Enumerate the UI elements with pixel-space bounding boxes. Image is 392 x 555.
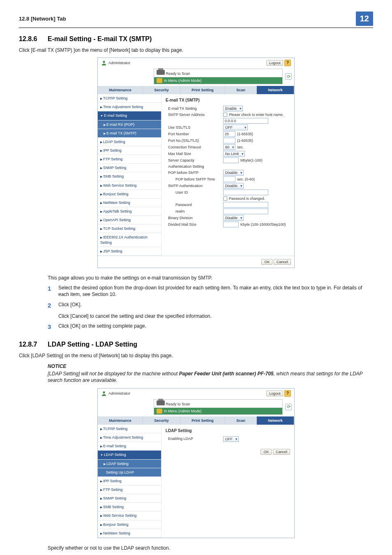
running-head: 12.8 [Network] Tab [19,15,66,23]
panel-caption: Specify whether or not to use the LDAP s… [48,545,373,551]
field-label: E-mail TX Setting [166,106,223,111]
sidebar-item[interactable]: Web Service Setting [98,511,161,520]
step-text: Click [OK] on the setting complete page. [58,323,373,331]
smtp-auth-select[interactable]: Disable [223,183,244,189]
enabling-ldap-select[interactable]: OFF [223,436,239,442]
admin-label: Administrator [108,391,130,396]
sidebar-item[interactable]: JSP Setting [98,247,161,256]
tab-maintenance[interactable]: Maintenance [98,416,143,425]
ok-button[interactable]: OK [261,259,272,265]
tab-network[interactable]: Network [257,86,294,94]
tab-bar: Maintenance Security Print Setting Scan … [98,416,294,425]
timeout-select[interactable]: 60 [223,144,235,150]
tab-scan[interactable]: Scan [225,86,257,94]
field-label: SMTP Authentication [166,183,223,188]
ssl-select[interactable]: OFF [223,125,248,130]
user-icon [101,60,107,66]
section-heading: 12.8.7LDAP Setting - LDAP Setting [19,340,373,349]
sidebar-item[interactable]: TCP/IP Setting [98,425,161,433]
help-icon[interactable]: ? [284,60,291,66]
sidebar-item[interactable]: Bonjour Setting [98,520,161,529]
sidebar-item[interactable]: Setting Up LDAP [98,468,161,477]
realm-input[interactable] [223,208,268,214]
section-intro: Click [LDAP Setting] on the menu of [Net… [19,352,373,359]
svg-point-1 [103,391,105,393]
sidebar-item[interactable]: SMB Setting [98,503,161,511]
sidebar: TCP/IP SettingTime Adjustment SettingE-m… [98,94,161,256]
tab-security[interactable]: Security [143,86,180,94]
help-icon[interactable]: ? [284,390,291,397]
sidebar-item[interactable]: LDAP Setting [98,138,161,146]
sidebar-item[interactable]: LDAP Setting [98,451,161,459]
sidebar-item[interactable]: SMB Setting [98,172,161,181]
unit: Mbyte(1-100) [240,158,263,163]
tab-scan[interactable]: Scan [225,416,257,425]
sidebar-item[interactable]: SNMP Setting [98,164,161,172]
logout-button[interactable]: Logout [266,391,284,396]
sidebar-item[interactable]: Time Adjustment Setting [98,433,161,442]
sidebar-item[interactable]: IPP Setting [98,146,161,155]
tab-print[interactable]: Print Setting [180,86,225,94]
sidebar-item[interactable]: IEEE802.1X Authentication Setting [98,233,161,247]
field-label: Use SSL/TLS [166,125,223,130]
refresh-icon[interactable]: ⟳ [285,404,292,410]
sidebar-item[interactable]: Web Service Setting [98,181,161,190]
notice-body: [LDAP Setting] will not be displayed for… [48,370,373,384]
sidebar-item[interactable]: Time Adjustment Setting [98,103,161,111]
sidebar-item[interactable]: E-mail RX (POP) [98,120,161,129]
max-mail-select[interactable]: No Limit [223,151,245,157]
cancel-button[interactable]: Cancel [273,449,290,455]
sidebar-item[interactable]: NetWare Setting [98,529,161,538]
notice-label: NOTICE [48,363,373,370]
sidebar-item[interactable]: AppleTalk Setting [98,207,161,216]
field-label: Password [166,202,223,207]
sidebar-item[interactable]: SNMP Setting [98,494,161,503]
field-label: Divided Mail Size [166,222,223,227]
sidebar-item[interactable]: E-mail Setting [98,111,161,120]
sidebar-item[interactable]: NetWare Setting [98,199,161,207]
ok-button[interactable]: OK [261,449,272,455]
field-label: Connection Timeout [166,145,223,150]
userid-input[interactable] [223,190,268,195]
field-label: POP before SMTP Time [166,177,223,182]
tab-security[interactable]: Security [143,416,180,425]
sidebar-item[interactable]: LDAP Setting [98,460,161,468]
status-mode: In Menu (Admin Mode) [164,78,202,83]
server-address-input[interactable]: 0.0.0.0 [223,118,268,124]
printer-icon [157,400,165,405]
sidebar-item[interactable]: IPP Setting [98,477,161,486]
field-label: Port Number [166,132,223,136]
tab-print[interactable]: Print Setting [180,416,225,425]
pop-before-select[interactable]: Disable [223,170,244,176]
tx-setting-select[interactable]: Enable [223,106,243,111]
section-heading: 12.8.6E-mail Setting - E-mail TX (SMTP) [19,35,373,44]
hint: (1-65535) [237,132,253,136]
field-label: Enabling LDAP [166,436,223,441]
sidebar-item[interactable]: OpenAPI Setting [98,216,161,224]
cancel-button[interactable]: Cancel [274,259,291,265]
pop-time-input[interactable] [223,176,235,182]
password-input[interactable] [223,202,268,208]
tab-network[interactable]: Network [257,416,294,425]
port-input[interactable]: 25 [223,131,235,137]
port-ssl-input[interactable] [223,138,235,143]
tab-bar: Maintenance Security Print Setting Scan … [98,86,294,94]
sidebar-item[interactable]: E-mail Setting [98,442,161,451]
sidebar-item[interactable]: FTP Setting [98,155,161,164]
tab-maintenance[interactable]: Maintenance [98,86,143,94]
hostname-checkbox[interactable] [223,113,227,117]
sidebar-item[interactable]: Bonjour Setting [98,190,161,199]
refresh-icon[interactable]: ⟳ [285,73,292,80]
sidebar-item[interactable]: E-mail TX (SMTP) [98,129,161,138]
sidebar-item[interactable]: TCP Socket Setting [98,224,161,233]
password-changed-checkbox[interactable] [223,197,227,201]
sidebar-item[interactable]: TCP/IP Setting [98,94,161,103]
clipboard-icon [157,409,162,414]
divided-size-input[interactable] [223,222,239,227]
binary-division-select[interactable]: Disable [223,215,244,221]
logout-button[interactable]: Logout [266,60,284,66]
status-ready: Ready to Scan [166,72,190,76]
capacity-input[interactable] [223,157,239,163]
sidebar-item[interactable]: FTP Setting [98,486,161,494]
status-ready: Ready to Scan [166,402,190,406]
